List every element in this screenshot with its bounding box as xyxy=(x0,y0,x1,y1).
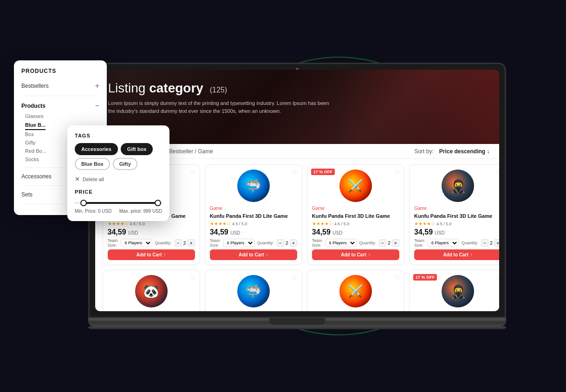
qty-label-4: Quantity: xyxy=(462,241,478,245)
cart-arrow-2: ↑ xyxy=(266,252,268,257)
sort-value[interactable]: Price descending ↓ xyxy=(439,148,490,155)
cart-arrow-1: ↑ xyxy=(163,252,166,257)
price-slider-max-thumb[interactable] xyxy=(155,200,161,206)
wishlist-btn-5[interactable]: ♡ xyxy=(190,274,196,281)
qty-increase-4[interactable]: + xyxy=(494,239,499,247)
product-image-6: 🦈 xyxy=(237,275,270,307)
badge-off-3: 17 % OFF xyxy=(311,169,335,175)
price-section: PRICE Min. Price: 0 USD Max. price: 999 … xyxy=(75,189,162,214)
delete-all-icon: ✕ xyxy=(75,176,80,183)
wishlist-btn-6[interactable]: ♡ xyxy=(292,274,298,281)
product-image-2: 🦈 xyxy=(237,170,270,202)
product-price-3: 34,59 USD xyxy=(312,228,399,236)
tag-bluebox[interactable]: Blue Box xyxy=(75,158,110,170)
filter-panel: TAGS Accessories Gift box Blue Box Gifty… xyxy=(67,125,169,221)
wishlist-btn-4[interactable]: ♡ xyxy=(496,169,499,176)
product-name-3: Kunfu Panda First 3D Lite Game xyxy=(312,213,399,219)
laptop-notch xyxy=(269,318,325,325)
team-qty-row-3: Team Size: 6 Players Quantity: − 2 + xyxy=(312,238,399,248)
product-rating-row-4: ★★★★☆ 4.5 / 5.0 xyxy=(414,221,499,226)
qty-ctrl-3: − 2 + xyxy=(379,239,399,247)
sidebar-accessories-label: Accessories xyxy=(21,173,52,180)
product-image-4: 🥷 xyxy=(442,170,474,202)
wishlist-btn-1[interactable]: ♡ xyxy=(190,169,196,176)
delete-all-label: Delete all xyxy=(83,176,104,182)
tag-accessories[interactable]: Accessories xyxy=(75,143,118,155)
wishlist-btn-7[interactable]: ♡ xyxy=(394,274,400,281)
price-slider-min-thumb[interactable] xyxy=(80,200,87,206)
product-image-8: 🥷 xyxy=(442,275,474,307)
price-max-label: Max. price: 999 USD xyxy=(119,209,162,214)
team-qty-row-1: Team Size: 6 Players Quantity: − 2 + xyxy=(108,238,195,248)
team-size-label-1: Team Size: xyxy=(108,238,118,248)
sidebar-sets-label: Sets xyxy=(21,191,33,198)
sidebar-subitem-glasses[interactable]: Glasses xyxy=(25,112,99,120)
team-qty-row-2: Team Size: 6 Players Quantity: − 2 + xyxy=(210,238,297,248)
team-size-label-2: Team Size: xyxy=(210,238,220,248)
wishlist-btn-3[interactable]: ♡ xyxy=(394,169,400,176)
qty-value-3: 2 xyxy=(388,240,390,246)
product-price-1: 34,59 USD xyxy=(108,228,195,236)
hero-title-bold: category xyxy=(149,81,203,95)
price-range-labels: Min. Price: 0 USD Max. price: 999 USD xyxy=(75,209,162,214)
sidebar-subitem-bluebox[interactable]: Blue B... xyxy=(25,121,46,130)
add-to-cart-btn-2[interactable]: Add to Cart ↑ xyxy=(210,249,297,260)
stars-3: ★★★★☆ xyxy=(312,221,333,226)
product-rating-row-2: ★★★★☆ 4.5 / 5.0 xyxy=(210,221,297,226)
qty-decrease-3[interactable]: − xyxy=(379,239,386,247)
qty-value-2: 2 xyxy=(286,240,288,246)
product-name-2: Kunfu Panda First 3D Lite Game xyxy=(210,213,297,219)
laptop-foot xyxy=(88,327,506,329)
hero-text: Listing category (125) Lorem Ipsum is si… xyxy=(108,81,331,115)
price-currency-4: USD xyxy=(435,230,445,235)
team-size-label-4: Team Size: xyxy=(414,238,424,248)
sidebar-products-label: Products xyxy=(21,103,46,109)
product-category-2: Game xyxy=(210,206,297,211)
team-size-select-4[interactable]: 6 Players xyxy=(427,239,459,247)
qty-decrease-2[interactable]: − xyxy=(277,239,284,247)
hero-title: Listing category (125) xyxy=(108,81,331,96)
product-card-6: ♡ 🦈 Game Kunfu Panda First 3D Lite Game … xyxy=(205,270,302,311)
hero-count: (125) xyxy=(210,86,227,94)
qty-decrease-4[interactable]: − xyxy=(481,239,488,247)
tags-section-title: TAGS xyxy=(75,133,162,138)
add-to-cart-btn-3[interactable]: Add to Cart ↑ xyxy=(312,249,399,260)
tag-gifty[interactable]: Gifty xyxy=(113,158,137,170)
tags-row: Accessories Gift box Blue Box Gifty xyxy=(75,143,162,170)
product-category-4: Game xyxy=(414,206,499,211)
add-to-cart-btn-4[interactable]: Add to Cart ↑ xyxy=(414,249,499,260)
scene: Listing category (125) Lorem Ipsum is si… xyxy=(0,0,566,392)
sidebar-bestsellers-toggle[interactable]: + xyxy=(95,82,99,90)
qty-increase-1[interactable]: + xyxy=(188,239,195,247)
delete-all-tags[interactable]: ✕ Delete all xyxy=(75,176,162,183)
sidebar-title: PRODUCTS xyxy=(21,68,99,74)
team-size-select-1[interactable]: 6 Players xyxy=(121,239,152,247)
qty-label-3: Quantity: xyxy=(359,241,376,245)
stars-1: ★★★★☆ xyxy=(108,221,129,226)
product-rating-row-3: ★★★★☆ 4.5 / 5.0 xyxy=(312,221,399,226)
team-size-select-2[interactable]: 6 Players xyxy=(223,239,254,247)
tag-giftbox[interactable]: Gift box xyxy=(121,143,153,155)
qty-ctrl-4: − 2 + xyxy=(481,239,499,247)
qty-ctrl-1: − 2 + xyxy=(175,239,195,247)
stars-4: ★★★★☆ xyxy=(414,221,435,226)
price-slider-track[interactable] xyxy=(75,202,162,204)
sidebar-item-products[interactable]: Products − xyxy=(21,100,99,112)
wishlist-btn-8[interactable]: ♡ xyxy=(496,274,499,281)
product-card-2: ♡ 🦈 Game Kunfu Panda First 3D Lite Game … xyxy=(205,164,302,265)
product-card-8: 17 % OFF ♡ 🥷 Game Kunfu Panda First 3D L… xyxy=(409,270,499,311)
sidebar-products-toggle[interactable]: − xyxy=(95,102,99,110)
product-rating-row-1: ★★★★☆ 4.5 / 5.0 xyxy=(108,221,195,226)
sidebar-bestsellers-section: Bestsellers + xyxy=(21,80,99,96)
rating-text-1: 4.5 / 5.0 xyxy=(130,222,145,226)
qty-value-1: 2 xyxy=(183,240,186,246)
qty-increase-2[interactable]: + xyxy=(290,239,297,247)
add-to-cart-btn-1[interactable]: Add to Cart ↑ xyxy=(108,249,195,260)
wishlist-btn-2[interactable]: ♡ xyxy=(292,169,298,176)
sidebar-item-bestsellers[interactable]: Bestsellers + xyxy=(21,80,99,92)
team-size-select-3[interactable]: 6 Players xyxy=(325,239,357,247)
qty-increase-3[interactable]: + xyxy=(392,239,399,247)
product-card-4: ♡ 🥷 Game Kunfu Panda First 3D Lite Game … xyxy=(409,164,499,265)
qty-decrease-1[interactable]: − xyxy=(175,239,182,247)
product-card-5: ♡ 🐼 Game Kunfu Panda First 3D Lite Game … xyxy=(103,270,200,311)
